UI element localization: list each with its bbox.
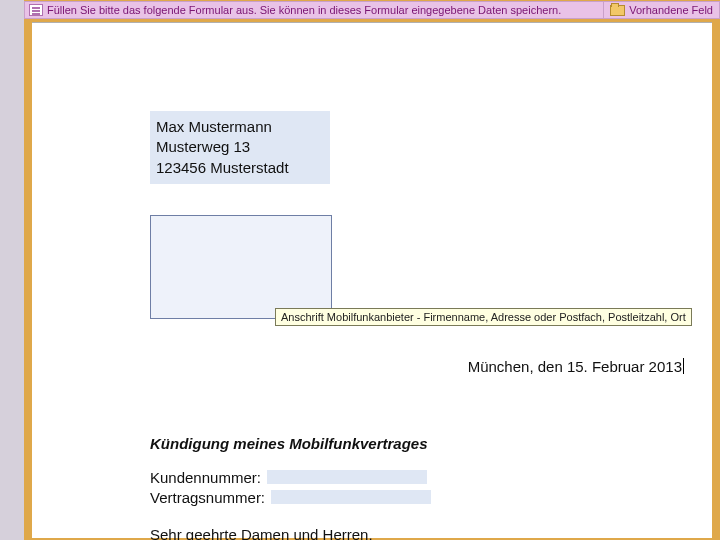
form-fill-bar-left: Füllen Sie bitte das folgende Formular a… <box>25 4 603 16</box>
highlight-fields-button[interactable]: Vorhandene Feld <box>603 2 719 18</box>
customer-number-row: Kundennummer: <box>150 467 431 487</box>
side-spacer <box>3 8 21 26</box>
form-fill-message: Füllen Sie bitte das folgende Formular a… <box>47 4 561 16</box>
side-spacer <box>3 34 21 52</box>
side-toolbar <box>0 0 24 540</box>
recipient-tooltip-text: Anschrift Mobilfunkanbieter - Firmenname… <box>281 311 686 323</box>
sender-city: 123456 Musterstadt <box>156 158 322 178</box>
recipient-address-field[interactable] <box>150 215 332 319</box>
document-page: Max Mustermann Musterweg 13 123456 Muste… <box>32 22 712 538</box>
recipient-tooltip: Anschrift Mobilfunkanbieter - Firmenname… <box>275 308 692 326</box>
letter-greeting: Sehr geehrte Damen und Herren, <box>150 526 373 540</box>
reference-fields: Kundennummer: Vertragsnummer: <box>150 467 431 507</box>
sender-address-field[interactable]: Max Mustermann Musterweg 13 123456 Muste… <box>150 111 330 184</box>
contract-number-row: Vertragsnummer: <box>150 487 431 507</box>
highlight-fields-label: Vorhandene Feld <box>629 4 713 16</box>
sender-street: Musterweg 13 <box>156 137 322 157</box>
form-fill-bar: Füllen Sie bitte das folgende Formular a… <box>24 1 720 19</box>
letter-subject: Kündigung meines Mobilfunkvertrages <box>150 435 428 452</box>
customer-number-field[interactable] <box>267 470 427 484</box>
form-icon <box>29 4 43 16</box>
sender-name: Max Mustermann <box>156 117 322 137</box>
app-viewport: Füllen Sie bitte das folgende Formular a… <box>0 0 720 540</box>
text-caret-icon <box>683 358 684 374</box>
date-line[interactable]: München, den 15. Februar 2013 <box>468 358 684 375</box>
contract-number-field[interactable] <box>271 490 431 504</box>
folder-icon <box>610 5 625 16</box>
contract-number-label: Vertragsnummer: <box>150 489 265 506</box>
date-text: München, den 15. Februar 2013 <box>468 358 682 375</box>
customer-number-label: Kundennummer: <box>150 469 261 486</box>
